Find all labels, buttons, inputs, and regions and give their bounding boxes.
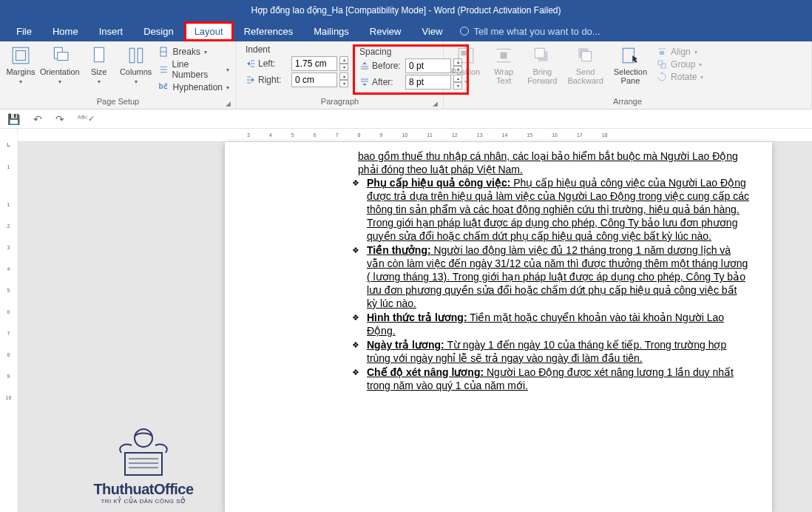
line-numbers-icon: [159, 64, 169, 75]
svg-rect-30: [581, 52, 591, 61]
watermark-subtitle: TRI KỶ CỦA DÂN CÔNG SỞ: [70, 498, 217, 505]
svg-rect-24: [501, 53, 507, 59]
paragraph-launcher[interactable]: ◢: [433, 100, 440, 107]
tab-view[interactable]: View: [411, 21, 453, 41]
doc-bullet-item: Hình thức trả lương: Tiền mặt hoặc chuyể…: [358, 311, 750, 337]
send-backward-button[interactable]: Send Backward: [564, 44, 606, 87]
columns-icon: [126, 46, 146, 65]
svg-rect-31: [623, 48, 635, 63]
indent-heading: Indent: [246, 44, 348, 55]
tab-references[interactable]: References: [234, 21, 303, 41]
tab-home[interactable]: Home: [42, 21, 89, 41]
svg-rect-5: [129, 48, 135, 63]
doc-fragment-top: bao gồm thuế thu nhập cá nhân, các loại …: [358, 149, 750, 176]
wrap-text-button[interactable]: Wrap Text: [487, 44, 520, 87]
group-label-arrange: Arrange: [448, 97, 807, 107]
svg-rect-4: [94, 47, 104, 62]
rotate-button[interactable]: Rotate▾: [654, 71, 706, 83]
group-page-setup: Margins▾ Orientation▾ Size▾ Columns▾ Bre…: [0, 41, 237, 109]
margins-icon: [11, 46, 30, 65]
align-icon: [657, 47, 667, 57]
size-icon: [89, 46, 109, 65]
orientation-icon: [50, 46, 70, 65]
group-label-page-setup: Page Setup: [4, 97, 231, 107]
svg-point-36: [135, 429, 152, 447]
selection-pane-button[interactable]: Selection Pane: [611, 44, 650, 87]
svg-rect-1: [16, 51, 26, 61]
ribbon-tabs: File Home Insert Design Layout Reference…: [0, 21, 812, 41]
tab-layout[interactable]: Layout: [184, 21, 234, 41]
doc-bullet-item: Ngày trả lương: Từ ngày 1 đến ngày 10 củ…: [358, 338, 750, 365]
doc-bullet-item: Phụ cấp hiệu quả công việc: Phụ cấp hiệu…: [358, 176, 750, 243]
selection-pane-icon: [620, 46, 640, 65]
spellcheck-icon[interactable]: ᴬᴮᶜ✓: [78, 114, 95, 124]
doc-bullet-item: Chế độ xét nâng lương: Người Lao Động đư…: [358, 366, 750, 392]
bring-forward-button[interactable]: Bring Forward: [524, 44, 560, 87]
group-paragraph: Indent Left: ▴▾ Right: ▴▾ Spacing: [237, 41, 444, 109]
line-numbers-button[interactable]: Line Numbers▾: [157, 58, 231, 81]
svg-rect-37: [125, 453, 162, 475]
undo-icon[interactable]: ↶: [33, 113, 42, 125]
window-title: Hợp đồng lao động_Ha [Compatibility Mode…: [251, 5, 561, 16]
tab-design[interactable]: Design: [133, 21, 183, 41]
page[interactable]: bao gồm thuế thu nhập cá nhân, các loại …: [225, 142, 772, 512]
group-arrange: Position▾ Wrap Text Bring Forward Send B…: [444, 41, 812, 109]
svg-rect-0: [13, 47, 29, 64]
wrap-text-icon: [494, 46, 513, 65]
horizontal-ruler[interactable]: 3456789101112131415161718: [18, 129, 812, 142]
tell-me[interactable]: Tell me what you want to do...: [460, 26, 600, 37]
align-button[interactable]: Align▾: [654, 46, 706, 58]
group-label-paragraph: Paragraph: [241, 97, 439, 107]
tab-review[interactable]: Review: [359, 21, 412, 41]
tab-file[interactable]: File: [6, 21, 42, 41]
document-area: ʟ 112345678910 3456789101112131415161718…: [0, 129, 812, 512]
position-icon: [456, 46, 476, 65]
svg-rect-35: [661, 64, 666, 68]
svg-rect-34: [658, 61, 663, 65]
breaks-button[interactable]: Breaks▾: [157, 46, 231, 58]
columns-button[interactable]: Columns▾: [120, 44, 152, 88]
quick-access-bar: 💾 ↶ ↷ ᴬᴮᶜ✓: [0, 110, 812, 129]
group-icon: [657, 59, 667, 70]
rotate-icon: [657, 72, 667, 82]
doc-bullet-item: Tiền thưởng: Người lao động làm việc đủ …: [358, 243, 750, 310]
svg-rect-3: [58, 53, 68, 61]
redo-icon[interactable]: ↷: [55, 113, 64, 125]
hyphenation-icon: bc̄: [159, 82, 169, 92]
watermark-title: ThuthuatOffice: [70, 481, 217, 498]
svg-rect-23: [461, 51, 467, 56]
size-button[interactable]: Size▾: [83, 44, 115, 88]
group-button[interactable]: Group▾: [654, 58, 706, 70]
bulb-icon: [460, 27, 469, 36]
breaks-icon: [159, 47, 169, 57]
tab-mailings[interactable]: Mailings: [303, 21, 359, 41]
page-setup-launcher[interactable]: ◢: [226, 100, 233, 107]
position-button[interactable]: Position▾: [448, 44, 483, 88]
indent-right-icon: [246, 75, 256, 85]
tell-me-label: Tell me what you want to do...: [473, 26, 600, 37]
svg-rect-33: [660, 51, 664, 55]
vertical-ruler[interactable]: ʟ 112345678910: [0, 129, 18, 512]
indent-right-input[interactable]: [291, 73, 337, 87]
orientation-button[interactable]: Orientation▾: [41, 44, 78, 88]
hyphenation-button[interactable]: bc̄ Hyphenation▾: [157, 81, 231, 93]
bring-forward-icon: [532, 46, 552, 65]
ribbon: Margins▾ Orientation▾ Size▾ Columns▾ Bre…: [0, 41, 812, 110]
title-bar: Hợp đồng lao động_Ha [Compatibility Mode…: [0, 0, 812, 21]
watermark-illustration-icon: [99, 422, 188, 481]
svg-rect-28: [535, 48, 545, 58]
tab-insert[interactable]: Insert: [89, 21, 134, 41]
indent-left-spinner[interactable]: ▴▾: [339, 56, 348, 71]
indent-left-input[interactable]: [291, 56, 337, 71]
margins-button[interactable]: Margins▾: [4, 44, 37, 88]
save-icon[interactable]: 💾: [7, 113, 20, 125]
indent-right-spinner[interactable]: ▴▾: [339, 73, 348, 87]
document-content[interactable]: bao gồm thuế thu nhập cá nhân, các loại …: [358, 149, 750, 392]
spacing-before-icon: [359, 61, 370, 71]
indent-left-icon: [246, 58, 256, 69]
watermark: ThuthuatOffice TRI KỶ CỦA DÂN CÔNG SỞ: [70, 422, 217, 505]
svg-rect-6: [138, 48, 143, 63]
send-backward-icon: [576, 46, 595, 65]
spacing-after-icon: [359, 77, 370, 87]
